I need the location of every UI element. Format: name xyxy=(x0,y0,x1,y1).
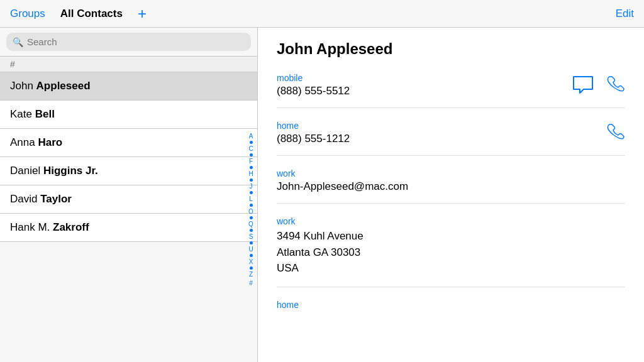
contact-field: workJohn-Appleseed@mac.com xyxy=(277,168,625,204)
contact-first-name: Daniel xyxy=(10,165,43,177)
field-label: home xyxy=(277,121,606,131)
contact-last-name: Taylor xyxy=(40,193,72,205)
alpha-dot xyxy=(250,216,253,219)
alpha-dot xyxy=(250,153,253,156)
contact-item[interactable]: Kate Bell xyxy=(0,101,257,129)
contact-item[interactable]: Hank M. Zakroff xyxy=(0,214,257,242)
search-wrapper: 🔍 xyxy=(6,33,251,51)
field-value: (888) 555-5512 xyxy=(277,85,572,97)
field-value: (888) 555-1212 xyxy=(277,133,606,145)
alpha-dot xyxy=(250,178,253,182)
contact-last-name: Bell xyxy=(35,108,55,120)
alpha-letter[interactable]: # xyxy=(249,279,253,287)
alpha-dot xyxy=(250,241,253,244)
top-bar-left: Groups All Contacts + xyxy=(10,6,147,21)
contact-first-name: Kate xyxy=(10,108,35,120)
field-info: workJohn-Appleseed@mac.com xyxy=(277,168,625,193)
left-panel: 🔍 # John AppleseedKate BellAnna HaroDani… xyxy=(0,28,258,362)
field-value: 3494 Kuhl Avenue Atlanta GA 30303 USA xyxy=(277,228,625,277)
field-info: work3494 Kuhl Avenue Atlanta GA 30303 US… xyxy=(277,216,625,277)
contact-last-name: Zakroff xyxy=(53,221,89,233)
message-icon[interactable] xyxy=(572,75,594,97)
alpha-dot xyxy=(250,204,253,207)
contact-field: home xyxy=(277,300,625,322)
contact-last-name: Higgins Jr. xyxy=(43,165,98,177)
contact-item[interactable]: David Taylor xyxy=(0,185,257,214)
contact-item[interactable]: Daniel Higgins Jr. xyxy=(0,157,257,185)
alpha-letter[interactable]: F xyxy=(249,157,253,165)
contact-first-name: David xyxy=(10,193,40,205)
field-actions xyxy=(572,73,625,97)
field-label: work xyxy=(277,168,625,178)
alpha-letter[interactable]: O xyxy=(248,207,253,216)
field-label: mobile xyxy=(277,73,572,83)
contact-first-name: Hank M. xyxy=(10,221,53,233)
main-content: 🔍 # John AppleseedKate BellAnna HaroDani… xyxy=(0,28,644,362)
field-label: home xyxy=(277,300,625,310)
contact-field: mobile(888) 555-5512 xyxy=(277,73,625,108)
field-info: home xyxy=(277,300,625,312)
field-info: home(888) 555-1212 xyxy=(277,121,606,145)
search-icon: 🔍 xyxy=(13,37,23,47)
field-info: mobile(888) 555-5512 xyxy=(277,73,572,97)
contact-last-name: Haro xyxy=(38,136,62,148)
groups-button[interactable]: Groups xyxy=(10,8,45,20)
right-panel: John Appleseed mobile(888) 555-5512 home… xyxy=(258,28,644,362)
add-contact-button[interactable]: + xyxy=(138,6,147,21)
alpha-letter[interactable]: H xyxy=(248,170,253,178)
page-title: All Contacts xyxy=(60,8,123,20)
contacts-list: # John AppleseedKate BellAnna HaroDaniel… xyxy=(0,57,257,362)
alpha-dot xyxy=(250,254,253,257)
contact-item[interactable]: John Appleseed xyxy=(0,72,257,101)
edit-button[interactable]: Edit xyxy=(616,8,634,20)
contact-detail-name: John Appleseed xyxy=(277,40,625,58)
contact-item[interactable]: Anna Haro xyxy=(0,129,257,157)
contact-field: home(888) 555-1212 xyxy=(277,121,625,156)
alpha-letter[interactable]: A xyxy=(249,132,253,140)
top-bar: Groups All Contacts + Edit xyxy=(0,0,644,28)
section-header-hash: # xyxy=(0,57,257,72)
alpha-dot xyxy=(250,166,253,169)
contact-first-name: John xyxy=(10,80,36,92)
field-value: John-Appleseed@mac.com xyxy=(277,180,625,193)
alpha-letter[interactable]: J xyxy=(250,182,253,190)
contact-first-name: Anna xyxy=(10,136,38,148)
contact-fields: mobile(888) 555-5512 home(888) 555-1212 … xyxy=(277,73,625,322)
alpha-letter[interactable]: S xyxy=(249,233,253,241)
contact-field: work3494 Kuhl Avenue Atlanta GA 30303 US… xyxy=(277,216,625,287)
alpha-dot xyxy=(250,191,253,194)
alpha-letter[interactable]: Q xyxy=(248,220,253,228)
alpha-letter[interactable]: U xyxy=(248,245,253,253)
field-actions xyxy=(606,121,625,145)
search-input[interactable] xyxy=(27,36,245,47)
phone-icon[interactable] xyxy=(606,75,625,97)
phone-icon[interactable] xyxy=(606,123,625,145)
alpha-dot xyxy=(250,266,253,270)
alpha-dot xyxy=(250,141,253,144)
alpha-letter[interactable]: C xyxy=(248,145,253,153)
contact-last-name: Appleseed xyxy=(36,80,91,92)
alpha-letter[interactable]: X xyxy=(249,258,253,266)
search-container: 🔍 xyxy=(0,28,257,57)
alpha-letter[interactable]: Z xyxy=(249,270,253,278)
alpha-index[interactable]: ACFHJLOQSUXZ# xyxy=(245,57,257,362)
field-label: work xyxy=(277,216,625,226)
alpha-letter[interactable]: L xyxy=(249,195,253,203)
alpha-dot xyxy=(250,229,253,232)
